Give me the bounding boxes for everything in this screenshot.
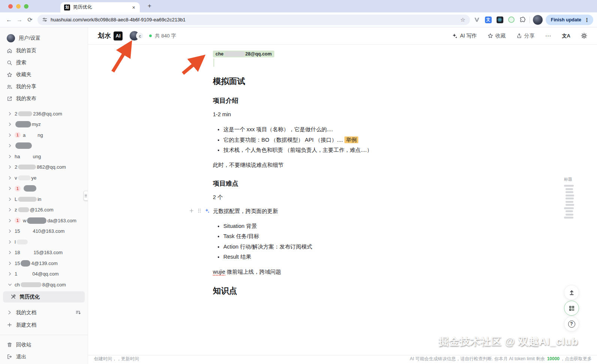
outline-bar[interactable] — [566, 204, 574, 206]
favorite-button[interactable]: 收藏 — [488, 33, 506, 39]
redaction — [15, 121, 31, 127]
outline-bar[interactable] — [564, 185, 574, 187]
doc-list-item[interactable]: 1wda@163.com — [0, 215, 88, 226]
close-window-button[interactable] — [8, 4, 13, 9]
react-atom-icon — [497, 17, 503, 22]
doc-list-item[interactable]: 2236@qq.com — [0, 108, 88, 119]
word-count: 共 840 字 — [155, 33, 176, 39]
extensions-puzzle-icon[interactable] — [519, 16, 526, 23]
outline-bar[interactable] — [566, 214, 573, 216]
ai-token-notice[interactable]: AI 可能会生成错误信息，请自行检查判断. 你本月 AI token limit… — [410, 356, 592, 362]
share-button[interactable]: 分享 — [516, 33, 535, 39]
ai-write-button[interactable]: AI 写作 — [452, 33, 477, 39]
sidebar-item-new-doc[interactable]: 新建文档 — [0, 319, 88, 331]
minimize-window-button[interactable] — [16, 4, 21, 9]
sidebar-resize-handle[interactable] — [84, 191, 88, 201]
redaction — [27, 217, 46, 224]
sidebar-item-logout[interactable]: 退出 — [0, 351, 88, 363]
floating-buttons: ? — [564, 285, 579, 331]
sidebar-item-my-posts[interactable]: 我的发布 — [0, 93, 88, 105]
sidebar-item-label: 我的分享 — [16, 83, 36, 90]
sidebar-item-selected-doc[interactable]: 简历优化 — [3, 291, 85, 303]
doc-list-item-label: myz — [15, 121, 41, 127]
doc-header: 划水 AI c 共 840 字 AI 写作 收藏 — [88, 27, 597, 45]
new-tab-button[interactable]: + — [145, 1, 154, 10]
maximize-window-button[interactable] — [24, 4, 28, 9]
outline-bar[interactable] — [566, 188, 573, 190]
redaction — [21, 250, 33, 255]
highlighted-email: che28@qq.com — [213, 51, 274, 57]
doc-list-item[interactable]: myz — [0, 119, 88, 130]
document-editor[interactable]: che28@qq.com 模拟面试项目介绍1-2 min这是一个 xxx 项目（… — [88, 45, 373, 296]
doc-list-item[interactable]: Lin — [0, 194, 88, 205]
doc-list-item[interactable]: l — [0, 237, 88, 247]
sidebar-item-my-docs[interactable]: 我的文档 — [0, 306, 88, 319]
browser-profile-avatar[interactable] — [533, 15, 543, 25]
sort-icon[interactable] — [75, 310, 81, 315]
chevron-right-icon — [7, 229, 12, 234]
doc-list-item[interactable]: 1 — [0, 183, 88, 194]
sidebar-item-my-shares[interactable]: 我的分享 — [0, 81, 88, 93]
doc-list-item[interactable]: ch8@qq.com — [0, 279, 88, 290]
outline-bar[interactable] — [564, 207, 574, 209]
block-gutter-controls[interactable] — [189, 208, 210, 213]
doc-list-item[interactable] — [0, 141, 88, 151]
browser-menu-icon[interactable]: ⋮ — [584, 17, 590, 23]
help-button[interactable]: ? — [564, 316, 579, 331]
doc-list-item-label: 2236@qq.com — [15, 111, 62, 117]
outline-bar[interactable] — [566, 191, 573, 193]
sidebar-item-search[interactable]: 搜索 — [0, 57, 88, 69]
site-info-icon[interactable] — [42, 17, 48, 22]
chevron-right-icon — [7, 133, 12, 138]
app-logo-text: 划水 — [98, 31, 111, 40]
unread-badge: 1 — [15, 132, 21, 138]
outline-bar[interactable] — [566, 201, 573, 203]
doc-list-item[interactable]: vye — [0, 172, 88, 183]
redaction — [15, 142, 32, 149]
spellcheck-word: wujie — [213, 269, 225, 275]
star-icon — [7, 72, 12, 78]
bookmark-icon[interactable]: ☆ — [460, 16, 465, 23]
highlighted-term: 举例 — [344, 136, 358, 143]
outline-bar[interactable] — [566, 195, 574, 196]
forward-icon[interactable]: → — [14, 15, 25, 25]
qr-code-button[interactable] — [564, 301, 579, 316]
export-button[interactable] — [564, 285, 579, 300]
back-icon[interactable]: ← — [4, 15, 14, 25]
doc-list-item[interactable]: 15410@163.com — [0, 226, 88, 237]
doc-list-item[interactable]: 1ang — [0, 130, 88, 141]
doc-bullet-list: 这是一个 xxx 项目（名称），它是做什么的....它的主要功能：BO （数据模… — [213, 125, 373, 155]
doc-list-item[interactable]: 154@139.com — [0, 258, 88, 269]
extension-icon[interactable] — [508, 16, 515, 23]
sidebar-item-favorites[interactable]: 收藏夹 — [0, 69, 88, 81]
sidebar-item-home[interactable]: 我的首页 — [0, 45, 88, 57]
chevron-right-icon — [7, 310, 12, 315]
doc-heading-h1: 知识点 — [213, 285, 373, 296]
finish-update-button[interactable]: Finish update ⋮ — [546, 15, 593, 25]
token-remaining: 10000 — [547, 356, 560, 361]
doc-bullet-item: Action 行动/解决方案：发布订阅模式 — [223, 242, 373, 252]
outline-minimap[interactable]: 标题 — [564, 177, 577, 220]
outline-bar[interactable] — [564, 217, 573, 219]
sidebar-item-label: 用户/设置 — [19, 35, 40, 42]
reload-icon[interactable]: ⟳ — [25, 15, 35, 25]
url-bar[interactable]: huashuiai.com/work/8c098c88-aec8-4b6f-91… — [37, 15, 470, 25]
doc-list-item[interactable]: 1815@163.com — [0, 247, 88, 258]
doc-list-item[interactable]: z@126.com — [0, 205, 88, 216]
doc-list-item[interactable]: 104@qq.com — [0, 269, 88, 280]
sidebar-item-trash[interactable]: 回收站 — [0, 339, 88, 351]
outline-bar[interactable] — [566, 210, 573, 212]
theme-sun-icon[interactable] — [581, 33, 587, 39]
outline-bar[interactable] — [566, 198, 574, 199]
react-devtools-icon[interactable] — [497, 16, 503, 23]
translate-extension-icon[interactable]: 文 — [485, 16, 492, 23]
doc-list-item[interactable]: 2862@qq.com — [0, 162, 88, 173]
translate-icon[interactable]: 文A — [562, 33, 570, 39]
browser-tab[interactable]: 划 简历优化 × — [60, 2, 140, 12]
vue-devtools-icon[interactable] — [474, 16, 480, 23]
more-actions-icon[interactable]: ⋯ — [545, 32, 552, 39]
doc-list-item[interactable]: haung — [0, 151, 88, 162]
sidebar-item-user-settings[interactable]: 用户/设置 — [0, 32, 88, 45]
redaction — [18, 197, 37, 202]
tab-close-icon[interactable]: × — [132, 4, 136, 10]
